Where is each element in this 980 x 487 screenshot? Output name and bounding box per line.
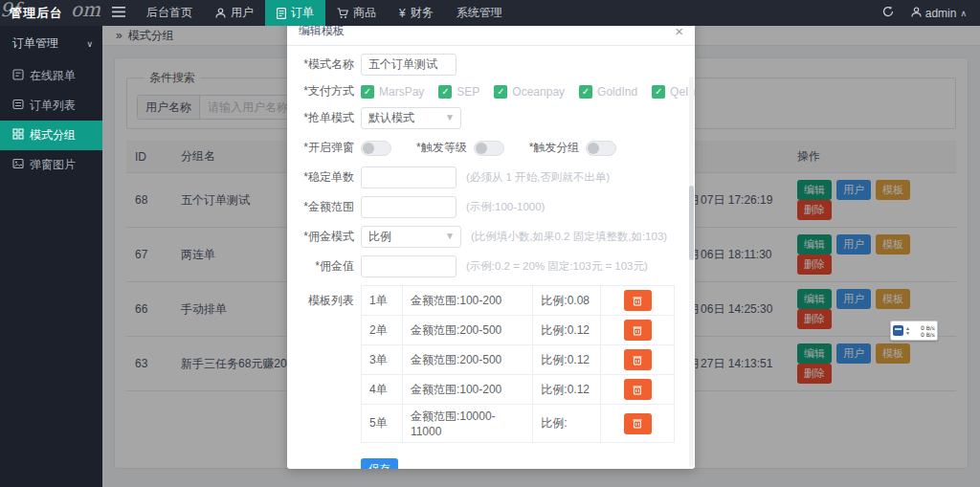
commission-value-row: *佣金值 (示例:0.2 = 20% 固定:103元 = 103元) — [291, 255, 681, 277]
delete-template-button[interactable] — [624, 290, 652, 311]
nav-label: 商品 — [353, 5, 376, 21]
template-actions — [601, 316, 675, 345]
template-ratio: 比例: — [533, 405, 601, 443]
user-menu[interactable]: admin ∧ — [911, 7, 967, 20]
delete-template-button[interactable] — [624, 320, 652, 341]
template-range: 金额范围:200-500 — [402, 316, 532, 345]
nav-item-products[interactable]: 商品 — [325, 0, 388, 26]
checkbox-oceanpay[interactable]: ✓ Oceanpay — [494, 85, 565, 99]
template-no: 4单 — [362, 375, 403, 405]
grid-icon — [12, 128, 24, 143]
close-icon[interactable]: × — [675, 24, 683, 38]
hamburger-icon — [112, 7, 125, 20]
checkbox-goldind[interactable]: ✓ GoldInd — [579, 85, 637, 99]
mode-name-label: *模式名称 — [291, 56, 354, 73]
checkbox-label: SEP — [457, 85, 479, 99]
modal-body: *模式名称 *支付方式 ✓ MarsPay ✓ SEP ✓ Oceanpay — [287, 46, 695, 469]
group-toggle[interactable] — [586, 141, 616, 156]
delete-template-button[interactable] — [624, 349, 652, 370]
user-icon — [911, 7, 922, 20]
sidebar-item-label: 弹窗图片 — [30, 157, 76, 173]
modal-scrollbar[interactable] — [689, 77, 694, 467]
template-row: 3单 金额范围:200-500 比例:0.12 — [362, 345, 675, 375]
image-icon — [12, 158, 24, 172]
nav-item-finance[interactable]: ¥ 财务 — [388, 0, 445, 26]
pay-methods-label: *支付方式 — [291, 83, 354, 100]
toggle-knob — [476, 143, 487, 154]
down-arrow-icon: ▼ — [905, 331, 910, 336]
nav-label: 财务 — [411, 5, 434, 21]
template-list-table: 1单 金额范围:100-200 比例:0.08 2单 金额范围:200-500 … — [361, 285, 675, 443]
delete-template-button[interactable] — [624, 379, 652, 400]
template-actions — [601, 345, 675, 375]
template-list-row: 模板列表 1单 金额范围:100-200 比例:0.08 2单 金额范围:200… — [291, 285, 681, 443]
scrollbar-thumb[interactable] — [689, 186, 694, 260]
pay-methods-row: *支付方式 ✓ MarsPay ✓ SEP ✓ Oceanpay ✓ GoldI… — [291, 83, 681, 100]
username: admin — [925, 7, 957, 20]
checkbox-sep[interactable]: ✓ SEP — [438, 85, 479, 99]
grab-mode-select[interactable]: 默认模式 ▼ — [361, 107, 461, 129]
checkbox-checked-icon: ✓ — [652, 85, 665, 99]
checkbox-checked-icon: ✓ — [579, 85, 592, 99]
checkbox-marspay[interactable]: ✓ MarsPay — [361, 85, 424, 99]
toggle-knob — [363, 143, 374, 154]
trash-icon — [633, 385, 642, 395]
save-button[interactable]: 保存 — [361, 458, 398, 469]
commission-value-input[interactable] — [361, 255, 457, 277]
commission-mode-select[interactable]: 比例 ▼ — [361, 226, 461, 248]
nav-item-home[interactable]: 后台首页 — [135, 0, 204, 26]
sidebar-item-mode-groups[interactable]: 模式分组 — [0, 121, 102, 150]
stable-count-row: *稳定单数 (必须从 1 开始,否则就不出单) — [291, 166, 681, 188]
stable-count-input[interactable] — [361, 166, 457, 188]
chevron-down-icon: ▼ — [445, 231, 455, 241]
sidebar-item-popup-images[interactable]: 弹窗图片 — [0, 150, 102, 180]
mode-name-input[interactable] — [361, 54, 457, 76]
download-speed: 0 B/s — [921, 331, 935, 338]
edit-template-modal: 编辑模板 × *模式名称 *支付方式 ✓ MarsPay ✓ SEP ✓ Oce… — [287, 17, 695, 469]
chevron-down-icon: ▼ — [445, 112, 455, 122]
nav-label: 订单 — [291, 5, 314, 21]
nav-item-orders[interactable]: 订单 — [265, 0, 325, 26]
level-toggle[interactable] — [474, 141, 504, 156]
document-icon — [12, 69, 24, 83]
checkbox-checked-icon: ✓ — [438, 85, 452, 99]
sidebar-item-label: 在线跟单 — [30, 68, 76, 84]
sidebar-group-label: 订单管理 — [12, 35, 58, 52]
yen-icon: ¥ — [399, 7, 406, 20]
trash-icon — [633, 296, 642, 306]
nav-label: 系统管理 — [457, 5, 502, 21]
template-actions — [601, 286, 675, 316]
level-toggle-label: *触发等级 — [416, 140, 467, 156]
template-ratio: 比例:0.12 — [533, 316, 601, 345]
template-row: 4单 金额范围:100-200 比例:0.12 — [362, 375, 675, 405]
sidebar-item-online-follow[interactable]: 在线跟单 — [0, 61, 102, 91]
template-ratio: 比例:0.08 — [533, 286, 601, 316]
amount-range-label: *金额范围 — [291, 199, 354, 215]
top-navbar: 9f 管理后台 om 后台首页 用户 订单 商品 — [0, 0, 980, 26]
delete-template-button[interactable] — [624, 413, 652, 434]
nav-item-system[interactable]: 系统管理 — [445, 0, 514, 26]
commission-value-label: *佣金值 — [291, 258, 354, 275]
commission-mode-row: *佣金模式 比例 ▼ (比例填小数,如果0.2 固定填整数,如:103) — [291, 226, 681, 248]
network-speed-values: 0 B/s 0 B/s — [912, 324, 935, 338]
template-no: 2单 — [362, 316, 403, 345]
sidebar-group-order-management[interactable]: 订单管理 ∨ — [0, 26, 102, 61]
popup-toggle-label: *开启弹窗 — [291, 140, 354, 156]
amount-range-input[interactable] — [361, 196, 457, 218]
main-menu: 后台首页 用户 订单 商品 ¥ 财务 系统管理 — [135, 0, 514, 26]
sidebar: 订单管理 ∨ 在线跟单 订单列表 模式分组 弹窗图片 — [0, 26, 102, 487]
cart-icon — [337, 8, 348, 19]
mode-name-row: *模式名称 — [291, 54, 681, 76]
refresh-icon[interactable] — [882, 6, 894, 20]
amount-range-row: *金额范围 (示例:100-1000) — [291, 196, 681, 218]
template-range: 金额范围:100-200 — [402, 375, 532, 405]
menu-toggle-button[interactable] — [102, 0, 135, 26]
sidebar-item-order-list[interactable]: 订单列表 — [0, 91, 102, 121]
template-row: 5单 金额范围:10000-11000 比例: — [362, 405, 675, 443]
nav-item-users[interactable]: 用户 — [204, 0, 265, 26]
checkbox-checked-icon: ✓ — [494, 85, 507, 99]
network-speed-widget[interactable]: ▲ ▼ 0 B/s 0 B/s — [890, 321, 938, 341]
trash-icon — [633, 325, 642, 336]
toggles-row: *开启弹窗 *触发等级 *触发分组 — [291, 140, 681, 156]
popup-toggle[interactable] — [361, 141, 391, 156]
